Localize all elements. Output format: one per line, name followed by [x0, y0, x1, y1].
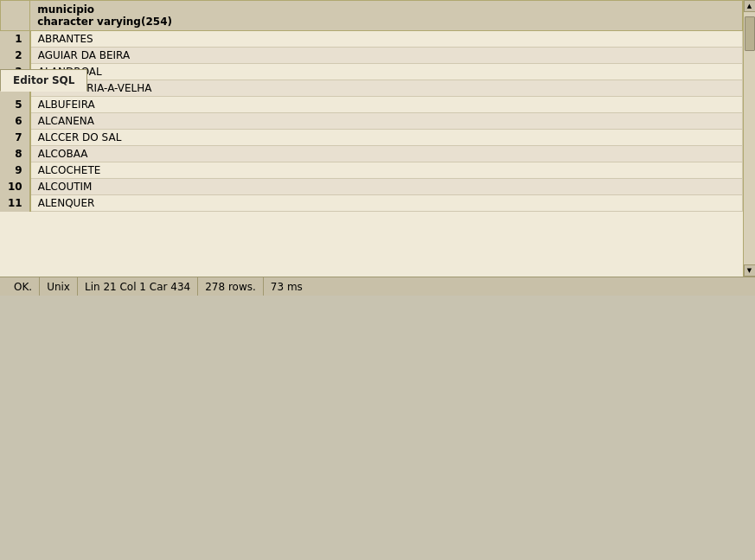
row-value: ALBERGARIA-A-VELHA: [30, 80, 743, 97]
row-number: 6: [1, 113, 30, 130]
table-row: 6ALCANENA: [1, 113, 743, 130]
row-value: ABRANTES: [30, 31, 743, 48]
table-row: 11ALENQUER: [1, 195, 743, 212]
status-ok: OK.: [7, 277, 40, 296]
table-row: 8ALCOBAA: [1, 146, 743, 162]
col-header-type: character varying(254): [37, 16, 735, 28]
status-encoding: Unix: [40, 277, 78, 296]
table-body: 1ABRANTES2AGUIAR DA BEIRA3ALANDROAL4ALBE…: [1, 31, 743, 212]
col-num-header: [1, 1, 30, 31]
col-header-name: municipio: [37, 3, 735, 16]
row-number: 8: [1, 146, 30, 162]
table-scroll-up[interactable]: ▲: [744, 0, 756, 12]
row-value: AGUIAR DA BEIRA: [30, 48, 743, 64]
main-content: Editor SQL Construtor Gráfico de Consult…: [0, 69, 755, 277]
table-row: 7ALCCER DO SAL: [1, 130, 743, 146]
table-row: 10ALCOUTIM: [1, 179, 743, 195]
row-value: ALBUFEIRA: [30, 97, 743, 113]
row-value: ALANDROAL: [30, 64, 743, 80]
status-rows: 278 rows.: [198, 277, 264, 296]
row-value: ALENQUER: [30, 195, 743, 212]
tab-editor-sql[interactable]: Editor SQL: [0, 69, 87, 92]
row-value: ALCOUTIM: [30, 179, 743, 195]
data-table-container: municipio character varying(254) 1ABRANT…: [0, 0, 755, 277]
status-position: Lin 21 Col 1 Car 434: [78, 277, 198, 296]
output-panel: Painel de saída ✕ Saída de Dados Explica…: [0, 0, 755, 277]
row-value: ALCOCHETE: [30, 162, 743, 179]
statusbar: OK. Unix Lin 21 Col 1 Car 434 278 rows. …: [0, 277, 755, 296]
table-row: 4ALBERGARIA-A-VELHA: [1, 80, 743, 97]
row-number: 7: [1, 130, 30, 146]
data-table: municipio character varying(254) 1ABRANT…: [0, 0, 743, 212]
table-scrollbar: ▲ ▼: [743, 0, 755, 277]
row-value: ALCOBAA: [30, 146, 743, 162]
table-row: 5ALBUFEIRA: [1, 97, 743, 113]
col-municipio-header: municipio character varying(254): [30, 1, 743, 31]
table-scroll-area[interactable]: municipio character varying(254) 1ABRANT…: [0, 0, 743, 277]
row-number: 11: [1, 195, 30, 212]
row-number: 2: [1, 48, 30, 64]
table-row: 1ABRANTES: [1, 31, 743, 48]
status-time: 73 ms: [264, 277, 310, 296]
row-number: 5: [1, 97, 30, 113]
table-row: 2AGUIAR DA BEIRA: [1, 48, 743, 64]
row-number: 10: [1, 179, 30, 195]
row-value: ALCANENA: [30, 113, 743, 130]
table-scroll-down[interactable]: ▼: [744, 264, 756, 277]
row-value: ALCCER DO SAL: [30, 130, 743, 146]
table-scroll-thumb[interactable]: [745, 16, 755, 51]
row-number: 1: [1, 31, 30, 48]
table-row: 3ALANDROAL: [1, 64, 743, 80]
table-scroll-track[interactable]: [744, 12, 756, 264]
row-number: 9: [1, 162, 30, 179]
table-row: 9ALCOCHETE: [1, 162, 743, 179]
